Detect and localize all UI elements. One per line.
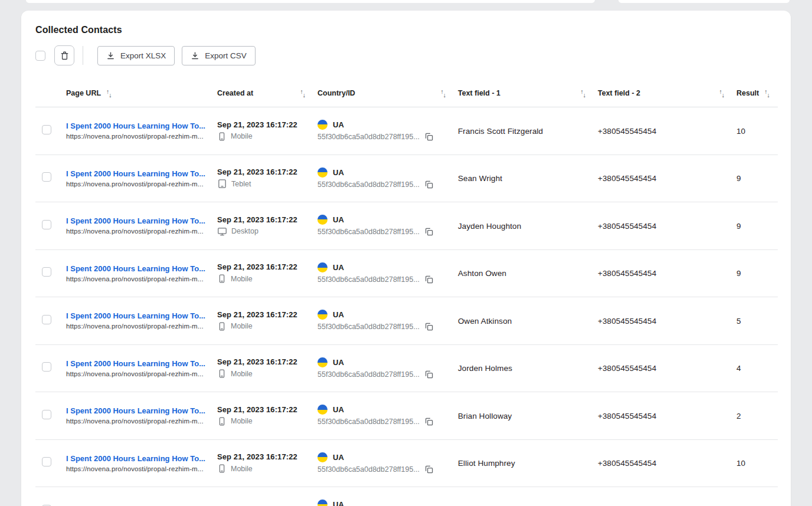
copy-icon[interactable] [424, 275, 434, 284]
sort-icon[interactable]: ↑↓ [441, 90, 447, 96]
result-value: 10 [736, 459, 745, 468]
page-url-text: https://novena.pro/novosti/propal-rezhim… [66, 418, 208, 425]
row-checkbox[interactable] [42, 410, 51, 419]
delete-button[interactable] [54, 45, 74, 65]
text-field-1-value: Owen Atkinson [458, 317, 512, 326]
ukraine-flag-icon [317, 500, 328, 506]
page-link[interactable]: I Spent 2000 Hours Learning How To... [66, 406, 208, 415]
text-field-2-value: +380545545454 [598, 364, 656, 373]
text-field-1-value: Elliot Humphrey [458, 459, 515, 468]
export-csv-button[interactable]: Export CSV [182, 46, 256, 65]
ukraine-flag-icon [317, 215, 328, 225]
created-at-cell: Sep 21, 2023 16:17:22 Mobi [217, 357, 317, 379]
page-url-cell: I Spent 2000 Hours Learning How To... ht… [66, 169, 217, 188]
sort-icon[interactable]: ↑↓ [106, 90, 112, 96]
page-link[interactable]: I Spent 2000 Hours Learning How To... [66, 216, 208, 225]
sort-icon[interactable]: ↑↓ [719, 90, 725, 96]
row-checkbox[interactable] [42, 315, 51, 324]
result-cell: 4 [736, 363, 778, 373]
sort-icon[interactable]: ↑↓ [300, 90, 306, 96]
country-id-cell: UA 55f30db6ca5a0d8db278ff195... [317, 452, 458, 474]
sort-icon[interactable]: ↑↓ [581, 90, 587, 96]
text-field-1-cell: Sean Wright [458, 173, 598, 183]
download-icon [106, 51, 115, 60]
visitor-id: 55f30db6ca5a0d8db278ff195... [317, 465, 420, 474]
page-url-text: https://novena.pro/novosti/propal-rezhim… [66, 133, 208, 140]
country-code: UA [333, 453, 344, 462]
copy-icon[interactable] [424, 465, 434, 474]
page-url-text: https://novena.pro/novosti/propal-rezhim… [66, 275, 208, 282]
row-checkbox[interactable] [42, 362, 51, 372]
previous-card-bottom-left [26, 0, 595, 3]
copy-icon[interactable] [424, 322, 434, 331]
page-link[interactable]: I Spent 2000 Hours Learning How To... [66, 359, 208, 368]
select-all-checkbox[interactable] [35, 51, 45, 61]
copy-icon[interactable] [424, 180, 434, 189]
ukraine-flag-icon [317, 310, 328, 320]
result-value: 2 [736, 412, 741, 420]
visitor-id: 55f30db6ca5a0d8db278ff195... [317, 370, 420, 379]
text-field-1-value: Jorden Holmes [458, 364, 512, 373]
created-at-text: Sep 21, 2023 16:17:22 [217, 357, 317, 366]
copy-icon[interactable] [424, 417, 434, 426]
row-checkbox[interactable] [42, 267, 51, 277]
table-body: I Spent 2000 Hours Learning How To... ht… [35, 107, 778, 506]
created-at-text: Sep 21, 2023 16:17:22 [217, 215, 317, 224]
page-link[interactable]: I Spent 2000 Hours Learning How To... [66, 311, 208, 320]
result-cell: 5 [736, 316, 778, 326]
country-code: UA [333, 120, 344, 129]
text-field-2-value: +380545545454 [598, 127, 656, 136]
page-link[interactable]: I Spent 2000 Hours Learning How To... [66, 454, 208, 463]
export-xlsx-button[interactable]: Export XLSX [97, 46, 175, 65]
page-url-cell: I Spent 2000 Hours Learning How To... ht… [66, 406, 217, 425]
previous-card-bottom-right [618, 0, 790, 3]
page-link[interactable]: I Spent 2000 Hours Learning How To... [66, 121, 208, 130]
column-header-created-at: Created at ↑↓ [217, 89, 317, 97]
column-header-text-field-1: Text field - 1 ↑↓ [458, 89, 598, 97]
device-label: Mobile [231, 370, 253, 378]
copy-icon[interactable] [424, 132, 434, 142]
page-url-cell: I Spent 2000 Hours Learning How To... ht… [66, 454, 217, 472]
result-cell: 9 [736, 173, 778, 183]
ukraine-flag-icon [317, 120, 328, 130]
country-id-cell: UA 55f30db6ca5a0d8db278ff195... [317, 167, 458, 189]
checkbox-cell [35, 172, 66, 184]
visitor-id: 55f30db6ca5a0d8db278ff195... [317, 275, 420, 284]
row-checkbox[interactable] [42, 125, 51, 134]
text-field-1-value: Brian Holloway [458, 412, 512, 420]
visitor-id: 55f30db6ca5a0d8db278ff195... [317, 133, 420, 141]
device-label: Mobile [231, 465, 253, 473]
created-at-cell: Sep 21, 2023 16:17:22 Desk [217, 215, 317, 236]
page-title: Collected Contacts [35, 25, 791, 35]
result-cell: 10 [736, 458, 778, 468]
created-at-text: Sep 21, 2023 16:17:22 [217, 310, 317, 319]
country-code: UA [333, 405, 344, 414]
row-checkbox[interactable] [42, 220, 51, 229]
column-header-result: Result ↑↓ [736, 89, 778, 97]
export-csv-label: Export CSV [205, 51, 247, 60]
text-field-1-cell: Francis Scott Fitzgerald [458, 126, 598, 136]
tablet-icon [217, 179, 227, 189]
text-field-1-value: Ashton Owen [458, 269, 506, 278]
copy-icon[interactable] [424, 227, 434, 236]
ukraine-flag-icon [317, 262, 328, 272]
table-row: I Spent 2000 Hours Learning How To... ht… [35, 440, 778, 488]
created-at-text: Sep 21, 2023 16:17:22 [217, 405, 317, 414]
page-link[interactable]: I Spent 2000 Hours Learning How To... [66, 264, 208, 273]
country-code: UA [333, 500, 344, 506]
device-line: Mobile [217, 416, 317, 426]
device-label: Mobile [231, 132, 253, 140]
row-checkbox[interactable] [42, 457, 51, 466]
copy-icon[interactable] [424, 370, 434, 379]
row-checkbox[interactable] [42, 172, 51, 182]
text-field-2-cell: +380545545454 [598, 363, 736, 373]
page-link[interactable]: I Spent 2000 Hours Learning How To... [66, 169, 208, 178]
sort-icon[interactable]: ↑↓ [764, 90, 770, 96]
text-field-2-cell: +380545545454 [598, 316, 736, 326]
visitor-id: 55f30db6ca5a0d8db278ff195... [317, 180, 420, 189]
device-line: Teblet [217, 179, 317, 189]
text-field-1-cell: Elliot Humphrey [458, 458, 598, 468]
device-line: Mobile [217, 274, 317, 284]
result-cell: 9 [736, 221, 778, 231]
column-label: Text field - 2 [598, 89, 640, 97]
